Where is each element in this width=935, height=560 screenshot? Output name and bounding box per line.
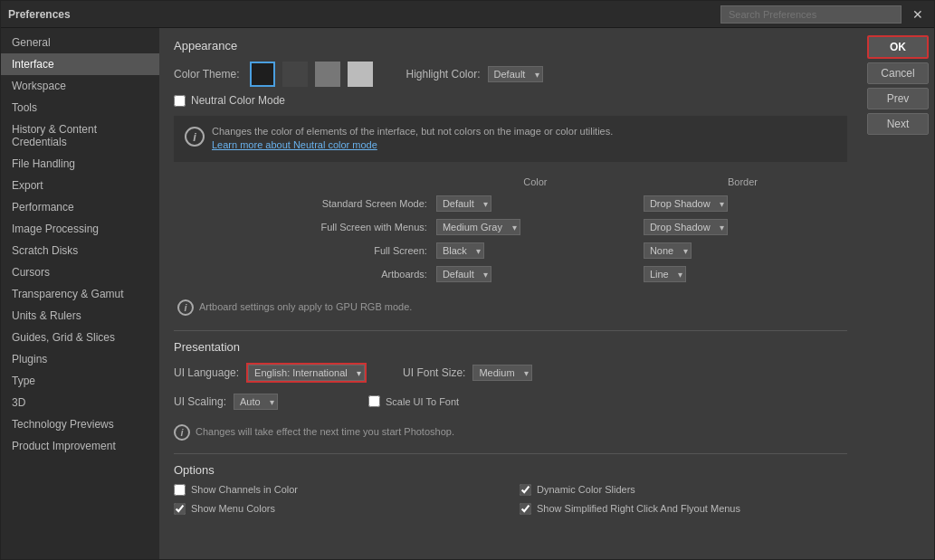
sidebar-item-guides-grid-slices[interactable]: Guides, Grid & Slices <box>1 327 159 348</box>
appearance-section: Appearance Color Theme: Highlight Color:… <box>174 39 847 316</box>
option-checkbox[interactable] <box>520 484 531 496</box>
border-select[interactable]: Drop Shadow <box>644 195 728 212</box>
sidebar-item-history-content-credentials[interactable]: History & Content Credentials <box>1 119 159 153</box>
sidebar-item-product-improvement[interactable]: Product Improvement <box>1 435 159 457</box>
option-row: Dynamic Color Sliders <box>520 484 847 496</box>
artboard-note-text: Artboard settings only apply to GPU RGB … <box>199 301 412 312</box>
table-row: Standard Screen Mode: Default Drop Shado… <box>176 193 845 214</box>
color-select-wrapper: Default <box>436 195 491 212</box>
presentation-title: Presentation <box>174 340 847 354</box>
option-row: Show Channels in Color <box>174 484 501 496</box>
table-row: Full Screen with Menus: Medium Gray Drop… <box>176 216 845 238</box>
ui-language-select[interactable]: English: International <box>248 365 365 381</box>
option-label: Show Channels in Color <box>191 484 298 495</box>
border-select[interactable]: Drop Shadow <box>644 219 728 235</box>
appearance-title: Appearance <box>174 39 847 52</box>
theme-swatch-light[interactable] <box>348 62 373 87</box>
main-content: Appearance Color Theme: Highlight Color:… <box>159 28 862 559</box>
theme-swatch-gray[interactable] <box>315 62 340 87</box>
buttons-panel: OK Cancel Prev Next <box>862 28 934 559</box>
sidebar-item-workspace[interactable]: Workspace <box>1 75 159 97</box>
neutral-color-checkbox[interactable] <box>174 95 186 107</box>
ui-scaling-wrapper: Auto <box>234 394 278 410</box>
border-select[interactable]: None <box>644 242 692 259</box>
cancel-button[interactable]: Cancel <box>867 62 929 84</box>
theme-swatch-dark[interactable] <box>250 62 275 87</box>
sidebar: GeneralInterfaceWorkspaceToolsHistory & … <box>1 28 159 559</box>
changes-note-row: i Changes will take effect the next time… <box>174 422 847 441</box>
sidebar-item-file-handling[interactable]: File Handling <box>1 153 159 175</box>
learn-more-link[interactable]: Learn more about Neutral color mode <box>212 139 377 150</box>
sidebar-item-performance[interactable]: Performance <box>1 196 159 218</box>
ok-button[interactable]: OK <box>867 35 929 59</box>
search-input[interactable] <box>720 5 902 24</box>
row-label: Full Screen with Menus: <box>176 216 431 238</box>
sidebar-item-units-rulers[interactable]: Units & Rulers <box>1 305 159 327</box>
border-select-wrapper: None <box>644 242 692 259</box>
ui-language-label: UI Language: <box>174 366 239 379</box>
table-row: Full Screen: Black None <box>176 240 845 261</box>
sidebar-item-plugins[interactable]: Plugins <box>1 348 159 370</box>
sidebar-item-3d[interactable]: 3D <box>1 392 159 413</box>
border-select-wrapper: Drop Shadow <box>644 219 728 235</box>
theme-swatch-darkgray[interactable] <box>282 62 308 87</box>
option-checkbox[interactable] <box>174 484 186 496</box>
option-row: Show Simplified Right Click And Flyout M… <box>520 503 847 515</box>
sidebar-item-export[interactable]: Export <box>1 175 159 196</box>
close-button[interactable]: ✕ <box>909 5 927 24</box>
color-select[interactable]: Default <box>436 266 491 282</box>
artboard-note: i Artboard settings only apply to GPU RG… <box>174 298 847 316</box>
ui-language-select-wrapper: English: International <box>248 365 365 381</box>
ui-font-size-wrapper: Medium <box>472 365 532 381</box>
info-text-content: Changes the color of elements of the int… <box>212 125 613 153</box>
highlight-color-select[interactable]: Default <box>488 66 543 82</box>
border-select[interactable]: Line <box>644 266 686 282</box>
ui-language-dropdown-wrapper: English: International <box>246 363 367 383</box>
color-select[interactable]: Default <box>436 195 491 212</box>
info-box: i Changes the color of elements of the i… <box>174 116 847 162</box>
titlebar: Preferences ✕ <box>1 1 934 28</box>
row-label: Artboards: <box>176 263 431 285</box>
neutral-color-row: Neutral Color Mode <box>174 94 847 107</box>
sidebar-item-interface[interactable]: Interface <box>1 53 159 75</box>
sidebar-item-image-processing[interactable]: Image Processing <box>1 218 159 240</box>
option-checkbox[interactable] <box>520 503 531 515</box>
options-section: Options Show Channels in ColorDynamic Co… <box>174 463 847 520</box>
ui-font-size-label: UI Font Size: <box>403 366 465 379</box>
highlight-color-label: Highlight Color: <box>405 68 480 81</box>
row-label: Standard Screen Mode: <box>176 193 431 214</box>
color-select-wrapper: Medium Gray <box>436 219 520 235</box>
row-label: Full Screen: <box>176 240 431 261</box>
option-label: Show Simplified Right Click And Flyout M… <box>537 503 740 514</box>
color-select[interactable]: Medium Gray <box>436 219 520 235</box>
options-grid: Show Channels in ColorDynamic Color Slid… <box>174 484 847 520</box>
titlebar-right: ✕ <box>720 5 927 24</box>
info-icon: i <box>185 127 205 147</box>
table-row: Artboards: Default Line <box>176 263 845 285</box>
color-select-wrapper: Default <box>436 266 491 282</box>
sidebar-item-cursors[interactable]: Cursors <box>1 261 159 283</box>
color-border-table: Color Border Standard Screen Mode: Defau… <box>174 173 847 287</box>
ui-language-row: UI Language: English: International <box>174 363 367 383</box>
scale-ui-checkbox[interactable] <box>368 395 380 407</box>
sidebar-item-transparency-gamut[interactable]: Transparency & Gamut <box>1 283 159 305</box>
color-select[interactable]: Black <box>436 242 484 259</box>
sidebar-item-general[interactable]: General <box>1 32 159 53</box>
window-body: GeneralInterfaceWorkspaceToolsHistory & … <box>1 28 934 559</box>
sidebar-item-technology-previews[interactable]: Technology Previews <box>1 413 159 435</box>
option-label: Dynamic Color Sliders <box>537 484 635 495</box>
presentation-section: Presentation UI Language: English: Inter… <box>174 340 847 441</box>
ui-font-size-select[interactable]: Medium <box>472 365 532 381</box>
color-theme-label: Color Theme: <box>174 68 239 81</box>
window-title: Preferences <box>8 8 71 21</box>
sidebar-item-tools[interactable]: Tools <box>1 97 159 119</box>
prev-button[interactable]: Prev <box>867 88 929 109</box>
scale-ui-label: Scale UI To Font <box>386 396 459 407</box>
next-button[interactable]: Next <box>867 113 929 135</box>
ui-scaling-select[interactable]: Auto <box>234 394 278 410</box>
ui-scaling-label: UI Scaling: <box>174 395 226 408</box>
presentation-row-2: UI Scaling: Auto Scale UI To Font <box>174 394 847 415</box>
sidebar-item-scratch-disks[interactable]: Scratch Disks <box>1 240 159 261</box>
sidebar-item-type[interactable]: Type <box>1 370 159 392</box>
option-checkbox[interactable] <box>174 503 186 515</box>
